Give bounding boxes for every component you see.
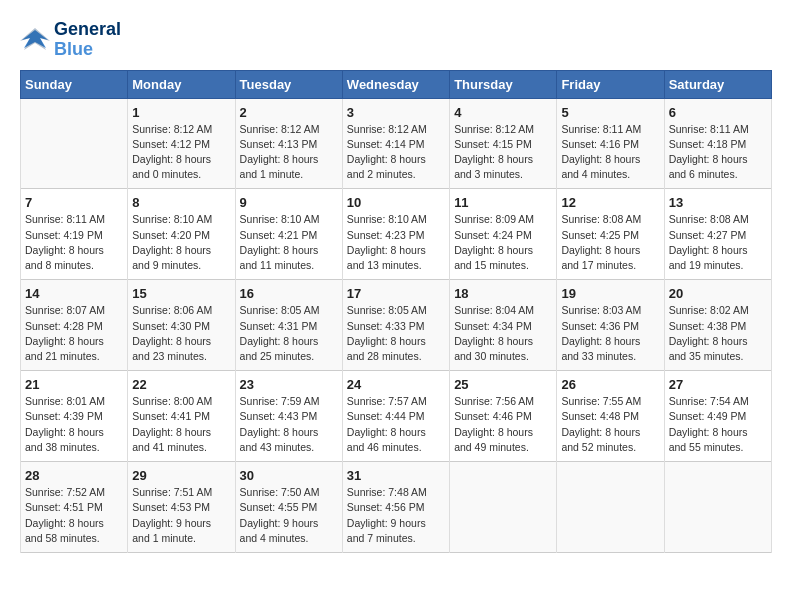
day-info: Sunrise: 8:11 AM Sunset: 4:18 PM Dayligh… bbox=[669, 122, 767, 183]
day-info: Sunrise: 7:51 AM Sunset: 4:53 PM Dayligh… bbox=[132, 485, 230, 546]
calendar-cell: 8Sunrise: 8:10 AM Sunset: 4:20 PM Daylig… bbox=[128, 189, 235, 280]
calendar-cell: 18Sunrise: 8:04 AM Sunset: 4:34 PM Dayli… bbox=[450, 280, 557, 371]
day-number: 28 bbox=[25, 468, 123, 483]
day-info: Sunrise: 7:50 AM Sunset: 4:55 PM Dayligh… bbox=[240, 485, 338, 546]
day-number: 20 bbox=[669, 286, 767, 301]
logo: General Blue bbox=[20, 20, 121, 60]
calendar-cell: 9Sunrise: 8:10 AM Sunset: 4:21 PM Daylig… bbox=[235, 189, 342, 280]
logo-text-line1: General bbox=[54, 20, 121, 40]
calendar-cell: 2Sunrise: 8:12 AM Sunset: 4:13 PM Daylig… bbox=[235, 98, 342, 189]
day-info: Sunrise: 8:12 AM Sunset: 4:12 PM Dayligh… bbox=[132, 122, 230, 183]
day-number: 11 bbox=[454, 195, 552, 210]
day-info: Sunrise: 7:52 AM Sunset: 4:51 PM Dayligh… bbox=[25, 485, 123, 546]
calendar-cell: 3Sunrise: 8:12 AM Sunset: 4:14 PM Daylig… bbox=[342, 98, 449, 189]
calendar-cell: 26Sunrise: 7:55 AM Sunset: 4:48 PM Dayli… bbox=[557, 371, 664, 462]
day-info: Sunrise: 8:04 AM Sunset: 4:34 PM Dayligh… bbox=[454, 303, 552, 364]
svg-marker-1 bbox=[20, 28, 50, 50]
column-header-saturday: Saturday bbox=[664, 70, 771, 98]
day-info: Sunrise: 8:08 AM Sunset: 4:27 PM Dayligh… bbox=[669, 212, 767, 273]
day-info: Sunrise: 8:00 AM Sunset: 4:41 PM Dayligh… bbox=[132, 394, 230, 455]
day-info: Sunrise: 8:10 AM Sunset: 4:23 PM Dayligh… bbox=[347, 212, 445, 273]
calendar-week-2: 7Sunrise: 8:11 AM Sunset: 4:19 PM Daylig… bbox=[21, 189, 772, 280]
day-number: 9 bbox=[240, 195, 338, 210]
day-number: 7 bbox=[25, 195, 123, 210]
day-info: Sunrise: 8:12 AM Sunset: 4:13 PM Dayligh… bbox=[240, 122, 338, 183]
day-number: 25 bbox=[454, 377, 552, 392]
day-number: 31 bbox=[347, 468, 445, 483]
day-info: Sunrise: 8:09 AM Sunset: 4:24 PM Dayligh… bbox=[454, 212, 552, 273]
day-info: Sunrise: 8:10 AM Sunset: 4:21 PM Dayligh… bbox=[240, 212, 338, 273]
calendar-cell: 4Sunrise: 8:12 AM Sunset: 4:15 PM Daylig… bbox=[450, 98, 557, 189]
calendar-cell: 5Sunrise: 8:11 AM Sunset: 4:16 PM Daylig… bbox=[557, 98, 664, 189]
day-number: 8 bbox=[132, 195, 230, 210]
calendar-cell: 13Sunrise: 8:08 AM Sunset: 4:27 PM Dayli… bbox=[664, 189, 771, 280]
calendar-cell bbox=[664, 462, 771, 553]
calendar-cell: 7Sunrise: 8:11 AM Sunset: 4:19 PM Daylig… bbox=[21, 189, 128, 280]
calendar-cell bbox=[557, 462, 664, 553]
calendar-cell: 24Sunrise: 7:57 AM Sunset: 4:44 PM Dayli… bbox=[342, 371, 449, 462]
day-info: Sunrise: 8:05 AM Sunset: 4:33 PM Dayligh… bbox=[347, 303, 445, 364]
day-number: 27 bbox=[669, 377, 767, 392]
day-info: Sunrise: 8:12 AM Sunset: 4:15 PM Dayligh… bbox=[454, 122, 552, 183]
day-info: Sunrise: 8:12 AM Sunset: 4:14 PM Dayligh… bbox=[347, 122, 445, 183]
logo-text-line2: Blue bbox=[54, 40, 121, 60]
day-info: Sunrise: 7:56 AM Sunset: 4:46 PM Dayligh… bbox=[454, 394, 552, 455]
calendar-cell: 11Sunrise: 8:09 AM Sunset: 4:24 PM Dayli… bbox=[450, 189, 557, 280]
day-number: 21 bbox=[25, 377, 123, 392]
calendar-cell: 6Sunrise: 8:11 AM Sunset: 4:18 PM Daylig… bbox=[664, 98, 771, 189]
column-header-friday: Friday bbox=[557, 70, 664, 98]
calendar-cell: 1Sunrise: 8:12 AM Sunset: 4:12 PM Daylig… bbox=[128, 98, 235, 189]
day-info: Sunrise: 8:11 AM Sunset: 4:19 PM Dayligh… bbox=[25, 212, 123, 273]
day-number: 5 bbox=[561, 105, 659, 120]
calendar-week-4: 21Sunrise: 8:01 AM Sunset: 4:39 PM Dayli… bbox=[21, 371, 772, 462]
day-number: 30 bbox=[240, 468, 338, 483]
calendar-cell: 19Sunrise: 8:03 AM Sunset: 4:36 PM Dayli… bbox=[557, 280, 664, 371]
calendar-cell: 29Sunrise: 7:51 AM Sunset: 4:53 PM Dayli… bbox=[128, 462, 235, 553]
day-number: 14 bbox=[25, 286, 123, 301]
day-info: Sunrise: 7:55 AM Sunset: 4:48 PM Dayligh… bbox=[561, 394, 659, 455]
day-number: 10 bbox=[347, 195, 445, 210]
day-number: 23 bbox=[240, 377, 338, 392]
calendar-cell: 15Sunrise: 8:06 AM Sunset: 4:30 PM Dayli… bbox=[128, 280, 235, 371]
day-number: 24 bbox=[347, 377, 445, 392]
day-number: 1 bbox=[132, 105, 230, 120]
column-header-tuesday: Tuesday bbox=[235, 70, 342, 98]
day-info: Sunrise: 8:07 AM Sunset: 4:28 PM Dayligh… bbox=[25, 303, 123, 364]
day-info: Sunrise: 8:01 AM Sunset: 4:39 PM Dayligh… bbox=[25, 394, 123, 455]
day-info: Sunrise: 7:57 AM Sunset: 4:44 PM Dayligh… bbox=[347, 394, 445, 455]
calendar-table: SundayMondayTuesdayWednesdayThursdayFrid… bbox=[20, 70, 772, 553]
day-info: Sunrise: 8:10 AM Sunset: 4:20 PM Dayligh… bbox=[132, 212, 230, 273]
day-number: 15 bbox=[132, 286, 230, 301]
calendar-cell: 30Sunrise: 7:50 AM Sunset: 4:55 PM Dayli… bbox=[235, 462, 342, 553]
day-info: Sunrise: 8:11 AM Sunset: 4:16 PM Dayligh… bbox=[561, 122, 659, 183]
day-number: 18 bbox=[454, 286, 552, 301]
day-number: 6 bbox=[669, 105, 767, 120]
day-info: Sunrise: 7:54 AM Sunset: 4:49 PM Dayligh… bbox=[669, 394, 767, 455]
calendar-cell: 10Sunrise: 8:10 AM Sunset: 4:23 PM Dayli… bbox=[342, 189, 449, 280]
calendar-cell: 14Sunrise: 8:07 AM Sunset: 4:28 PM Dayli… bbox=[21, 280, 128, 371]
calendar-cell: 17Sunrise: 8:05 AM Sunset: 4:33 PM Dayli… bbox=[342, 280, 449, 371]
calendar-header: SundayMondayTuesdayWednesdayThursdayFrid… bbox=[21, 70, 772, 98]
calendar-cell: 20Sunrise: 8:02 AM Sunset: 4:38 PM Dayli… bbox=[664, 280, 771, 371]
calendar-week-3: 14Sunrise: 8:07 AM Sunset: 4:28 PM Dayli… bbox=[21, 280, 772, 371]
day-info: Sunrise: 8:06 AM Sunset: 4:30 PM Dayligh… bbox=[132, 303, 230, 364]
calendar-cell: 12Sunrise: 8:08 AM Sunset: 4:25 PM Dayli… bbox=[557, 189, 664, 280]
column-header-monday: Monday bbox=[128, 70, 235, 98]
day-number: 3 bbox=[347, 105, 445, 120]
day-number: 17 bbox=[347, 286, 445, 301]
day-number: 4 bbox=[454, 105, 552, 120]
calendar-week-5: 28Sunrise: 7:52 AM Sunset: 4:51 PM Dayli… bbox=[21, 462, 772, 553]
calendar-cell: 25Sunrise: 7:56 AM Sunset: 4:46 PM Dayli… bbox=[450, 371, 557, 462]
day-info: Sunrise: 7:59 AM Sunset: 4:43 PM Dayligh… bbox=[240, 394, 338, 455]
day-number: 22 bbox=[132, 377, 230, 392]
header: General Blue bbox=[20, 20, 772, 60]
calendar-cell: 27Sunrise: 7:54 AM Sunset: 4:49 PM Dayli… bbox=[664, 371, 771, 462]
calendar-cell: 28Sunrise: 7:52 AM Sunset: 4:51 PM Dayli… bbox=[21, 462, 128, 553]
calendar-cell bbox=[450, 462, 557, 553]
day-info: Sunrise: 8:03 AM Sunset: 4:36 PM Dayligh… bbox=[561, 303, 659, 364]
column-header-thursday: Thursday bbox=[450, 70, 557, 98]
day-number: 16 bbox=[240, 286, 338, 301]
day-number: 12 bbox=[561, 195, 659, 210]
calendar-cell: 21Sunrise: 8:01 AM Sunset: 4:39 PM Dayli… bbox=[21, 371, 128, 462]
day-info: Sunrise: 8:05 AM Sunset: 4:31 PM Dayligh… bbox=[240, 303, 338, 364]
